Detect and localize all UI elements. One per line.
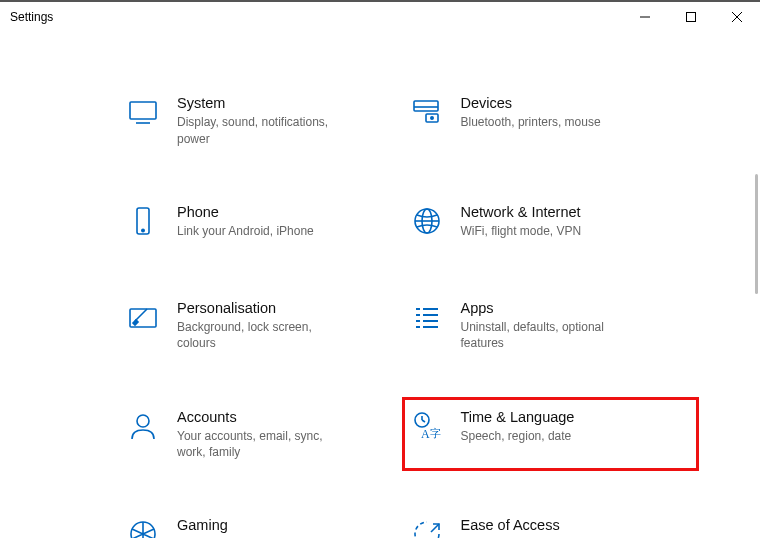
maximize-button[interactable]: [668, 2, 714, 32]
tile-title: Gaming: [177, 517, 228, 534]
svg-point-9: [430, 117, 432, 119]
time-language-icon: A 字: [409, 408, 445, 444]
tile-gaming[interactable]: Gaming: [125, 512, 409, 538]
titlebar: Settings: [0, 2, 760, 32]
tile-apps[interactable]: Apps Uninstall, defaults, optional featu…: [409, 295, 693, 356]
tile-ease-of-access[interactable]: Ease of Access: [409, 512, 693, 538]
tile-subtitle: WiFi, flight mode, VPN: [461, 223, 582, 239]
tile-subtitle: Uninstall, defaults, optional features: [461, 319, 631, 351]
tile-title: Time & Language: [461, 409, 575, 426]
tile-title: Apps: [461, 300, 631, 317]
tile-subtitle: Bluetooth, printers, mouse: [461, 114, 601, 130]
tile-personalisation[interactable]: Personalisation Background, lock screen,…: [125, 295, 409, 356]
tile-title: Network & Internet: [461, 204, 582, 221]
settings-grid: System Display, sound, notifications, po…: [0, 34, 752, 538]
paintbrush-icon: [125, 299, 161, 335]
system-icon: [125, 94, 161, 130]
apps-icon: [409, 299, 445, 335]
svg-text:A: A: [421, 427, 430, 441]
svg-line-31: [431, 524, 439, 532]
tile-title: Phone: [177, 204, 314, 221]
settings-content: System Display, sound, notifications, po…: [0, 34, 752, 538]
tile-devices[interactable]: Devices Bluetooth, printers, mouse: [409, 90, 693, 151]
tile-subtitle: Display, sound, notifications, power: [177, 114, 347, 146]
svg-line-27: [422, 420, 425, 422]
tile-subtitle: Background, lock screen, colours: [177, 319, 347, 351]
svg-rect-4: [130, 102, 156, 119]
svg-rect-1: [687, 13, 696, 22]
tile-time-language[interactable]: A 字 Time & Language Speech, region, date: [409, 404, 693, 465]
tile-phone[interactable]: Phone Link your Android, iPhone: [125, 199, 409, 247]
scrollbar-thumb[interactable]: [755, 174, 758, 294]
gaming-icon: [125, 516, 161, 538]
svg-point-11: [142, 229, 144, 231]
svg-text:字: 字: [430, 427, 441, 439]
svg-point-24: [137, 415, 149, 427]
person-icon: [125, 408, 161, 444]
tile-title: Devices: [461, 95, 601, 112]
svg-rect-6: [414, 101, 438, 111]
tile-title: Accounts: [177, 409, 347, 426]
tile-network[interactable]: Network & Internet WiFi, flight mode, VP…: [409, 199, 693, 247]
globe-icon: [409, 203, 445, 239]
tile-title: Personalisation: [177, 300, 347, 317]
tile-title: System: [177, 95, 347, 112]
scrollbar[interactable]: [752, 34, 760, 538]
tile-system[interactable]: System Display, sound, notifications, po…: [125, 90, 409, 151]
minimize-button[interactable]: [622, 2, 668, 32]
tile-title: Ease of Access: [461, 517, 560, 534]
window-title: Settings: [10, 10, 53, 24]
close-button[interactable]: [714, 2, 760, 32]
tile-subtitle: Link your Android, iPhone: [177, 223, 314, 239]
devices-icon: [409, 94, 445, 130]
tile-accounts[interactable]: Accounts Your accounts, email, sync, wor…: [125, 404, 409, 465]
phone-icon: [125, 203, 161, 239]
ease-of-access-icon: [409, 516, 445, 538]
tile-subtitle: Your accounts, email, sync, work, family: [177, 428, 347, 460]
tile-subtitle: Speech, region, date: [461, 428, 575, 444]
